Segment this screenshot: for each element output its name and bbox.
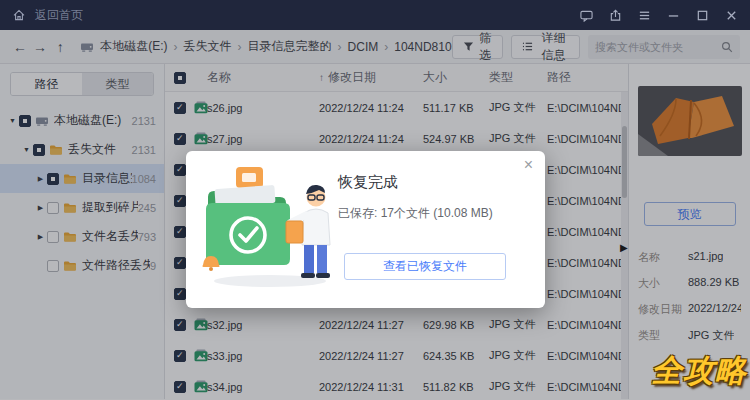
maximize-icon[interactable] bbox=[696, 9, 709, 22]
share-icon[interactable] bbox=[609, 9, 622, 22]
chat-icon[interactable] bbox=[580, 9, 593, 22]
recovery-complete-dialog: × 恢复 bbox=[186, 151, 545, 308]
dialog-close-icon[interactable]: × bbox=[524, 157, 533, 173]
titlebar-title: 返回首页 bbox=[35, 7, 83, 24]
close-icon[interactable] bbox=[725, 9, 738, 22]
home-icon[interactable] bbox=[12, 8, 26, 22]
dialog-message: 已保存: 17个文件 (10.08 MB) bbox=[338, 205, 493, 222]
menu-icon[interactable] bbox=[638, 9, 651, 22]
window-controls bbox=[580, 9, 738, 22]
watermark: 全攻略 bbox=[651, 350, 747, 392]
dialog-title: 恢复完成 bbox=[338, 173, 398, 192]
titlebar: 返回首页 bbox=[0, 0, 750, 30]
view-recovered-files-button[interactable]: 查看已恢复文件 bbox=[344, 253, 506, 280]
recovery-illustration bbox=[198, 165, 348, 290]
app-window: 返回首页 ← → ↑ 本地磁盘(E:)›丢失文件›目录信息完整的›DCIM›10… bbox=[0, 0, 750, 400]
minimize-icon[interactable] bbox=[667, 9, 680, 22]
